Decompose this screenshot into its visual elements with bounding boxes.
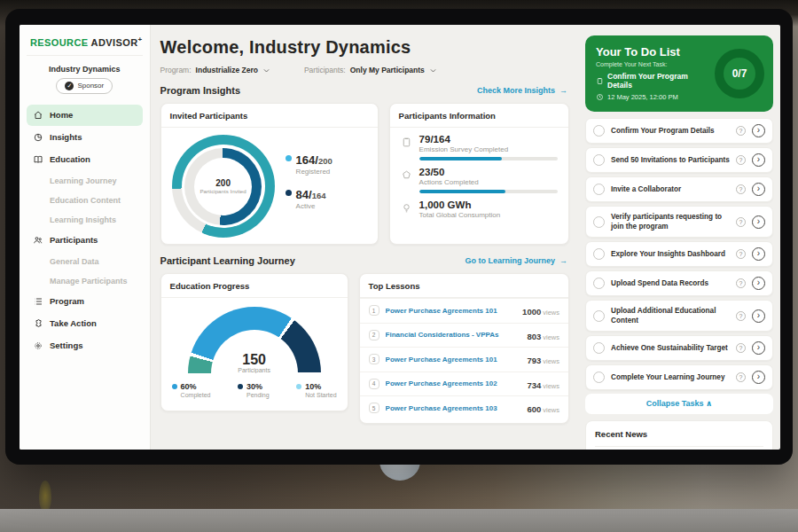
task-checkbox[interactable] (593, 372, 605, 383)
lesson-row: 4 Power Purchase Agreements 102 734views (360, 372, 568, 396)
lesson-link[interactable]: Power Purchase Agreements 101 (386, 307, 516, 315)
sponsor-badge[interactable]: ✓ Sponsor (56, 78, 113, 94)
home-icon (33, 110, 43, 121)
invited-legend: 164/200 Registered 84/164 Active (286, 152, 332, 221)
program-filter[interactable]: Program: Industrialize Zero (160, 66, 270, 74)
sidebar-item-learning-insights[interactable]: Learning Insights (27, 210, 143, 230)
arrow-right-icon: → (559, 256, 567, 265)
lesson-row: 5 Power Purchase Agreements 103 600views (360, 395, 568, 420)
info-icon: ? (736, 311, 746, 321)
todo-column: Your To Do List Complete Your Next Task:… (580, 25, 780, 450)
task-row-invite-collaborator[interactable]: Invite a Collaborator ? › (585, 176, 773, 202)
collapse-tasks-link[interactable]: Collapse Tasks ∧ (585, 394, 773, 414)
sidebar-item-take-action[interactable]: Take Action (27, 313, 143, 334)
legend-not-started: 10% Not Started (296, 382, 336, 398)
todo-progress-ring: 0/7 (715, 49, 764, 98)
todo-subtitle: Complete Your Next Task: (596, 61, 709, 67)
chevron-right-icon[interactable]: › (752, 215, 765, 229)
sidebar-item-manage-participants[interactable]: Manage Participants (27, 271, 143, 291)
lesson-link[interactable]: Financial Considerations - VPPAs (386, 331, 521, 339)
invited-participants-card: Invited Participants 200 Participants In… (160, 103, 379, 245)
sidebar-item-label: Settings (50, 340, 82, 350)
chevron-down-icon (262, 66, 270, 74)
task-checkbox[interactable] (593, 125, 605, 137)
task-checkbox[interactable] (593, 184, 605, 195)
task-row-send-invitations[interactable]: Send 50 Invitations to Participants ? › (585, 147, 773, 173)
sidebar-item-program[interactable]: Program (27, 291, 143, 312)
task-row-explore-insights[interactable]: Explore Your Insights Dashboard ? › (585, 241, 773, 267)
todo-due-date: 12 May 2025, 12:00 PM (596, 93, 709, 101)
chevron-right-icon[interactable]: › (752, 341, 765, 355)
task-row-achieve-target[interactable]: Achieve One Sustainability Target ? › (585, 335, 773, 361)
sidebar-item-learning-journey[interactable]: Learning Journey (27, 171, 143, 191)
learning-journey-title: Participant Learning Journey (160, 255, 295, 266)
sidebar-item-settings[interactable]: Settings (27, 335, 143, 356)
participants-information-title: Participants Information (390, 104, 568, 128)
task-row-confirm-program[interactable]: Confirm Your Program Details ? › (585, 118, 773, 144)
go-to-learning-journey-link[interactable]: Go to Learning Journey → (465, 256, 567, 265)
clock-icon (596, 93, 604, 101)
sidebar-item-insights[interactable]: Insights (27, 127, 143, 148)
sidebar-item-label: Take Action (50, 318, 97, 328)
task-checkbox[interactable] (593, 154, 605, 166)
chevron-right-icon[interactable]: › (752, 183, 765, 196)
sidebar-item-home[interactable]: Home (27, 105, 143, 126)
book-icon (33, 154, 43, 165)
sidebar: RESOURCE ADVISOR+ Industry Dynamics ✓ Sp… (20, 25, 151, 450)
chevron-right-icon[interactable]: › (752, 309, 765, 323)
gauge-center-value: 150 (188, 353, 321, 367)
chevron-right-icon[interactable]: › (752, 124, 765, 137)
metric-emission-survey: 79/164 Emission Survey Completed (390, 128, 568, 160)
task-row-complete-learning-journey[interactable]: Complete Your Learning Journey ? › (585, 364, 773, 390)
task-checkbox[interactable] (593, 342, 605, 354)
rank-badge: 3 (369, 354, 379, 364)
task-checkbox[interactable] (593, 310, 605, 322)
dashboard-screen: RESOURCE ADVISOR+ Industry Dynamics ✓ Sp… (20, 25, 780, 450)
check-more-insights-link[interactable]: Check More Insights → (477, 86, 567, 95)
task-checkbox[interactable] (593, 248, 605, 260)
chevron-right-icon[interactable]: › (752, 153, 765, 167)
org-name: Industry Dynamics (27, 65, 143, 74)
recent-news-card: Recent News (585, 420, 773, 450)
sidebar-item-general-data[interactable]: General Data (27, 252, 143, 271)
pending-dot (238, 384, 243, 389)
participants-filter-label: Participants: (304, 66, 346, 74)
recent-news-title: Recent News (595, 429, 763, 447)
task-row-upload-educational-content[interactable]: Upload Additional Educational Content ? … (585, 300, 773, 332)
sidebar-item-education[interactable]: Education (27, 149, 143, 170)
program-insights-header: Program Insights Check More Insights → (160, 85, 567, 96)
chevron-right-icon[interactable]: › (752, 277, 765, 290)
lesson-link[interactable]: Power Purchase Agreements 103 (386, 404, 521, 412)
list-icon (33, 296, 43, 307)
todo-task-list: Confirm Your Program Details ? › Send 50… (585, 118, 773, 390)
task-row-upload-spend-data[interactable]: Upload Spend Data Records ? › (585, 270, 773, 296)
task-checkbox[interactable] (593, 216, 605, 228)
education-legend: 60% Completed 30% Pending (161, 373, 348, 398)
main-content: Welcome, Industry Dynamics Program: Indu… (151, 25, 580, 450)
insights-icon (33, 132, 43, 143)
sidebar-item-education-content[interactable]: Education Content (27, 191, 143, 210)
people-icon (33, 235, 43, 246)
sidebar-item-participants[interactable]: Participants (27, 230, 143, 251)
rank-badge: 2 (369, 330, 379, 340)
lesson-link[interactable]: Power Purchase Agreements 102 (386, 379, 521, 387)
participants-filter[interactable]: Participants: Only My Participants (304, 66, 437, 74)
education-gauge-chart: 150 Participants (188, 307, 321, 373)
survey-icon (401, 137, 412, 148)
legend-active: 84/164 Active (286, 186, 332, 210)
chevron-right-icon[interactable]: › (752, 247, 765, 261)
todo-next-task: Confirm Your Program Details (596, 72, 709, 90)
legend-completed: 60% Completed (172, 382, 211, 398)
task-row-verify-participants[interactable]: Verify participants requesting to join t… (585, 206, 773, 238)
info-icon: ? (736, 155, 746, 165)
info-icon: ? (736, 126, 746, 136)
chevron-down-icon (429, 66, 437, 74)
invited-participants-title: Invited Participants (161, 104, 378, 128)
task-checkbox[interactable] (593, 278, 605, 289)
chevron-up-icon: ∧ (706, 399, 712, 408)
chevron-right-icon[interactable]: › (752, 371, 765, 384)
top-lessons-title: Top Lessons (360, 274, 568, 298)
sidebar-item-label: Home (50, 110, 73, 120)
sponsor-icon: ✓ (65, 82, 74, 90)
lesson-link[interactable]: Power Purchase Agreements 101 (386, 356, 521, 364)
